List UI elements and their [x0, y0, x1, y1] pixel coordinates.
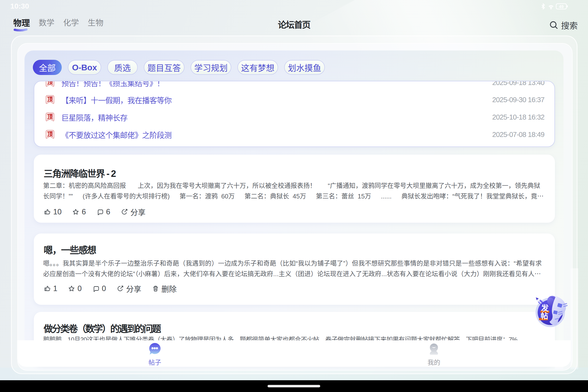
svg-text:发: 发 — [541, 304, 549, 312]
svg-text:49: 49 — [559, 4, 564, 9]
svg-text:帖: 帖 — [541, 312, 548, 320]
